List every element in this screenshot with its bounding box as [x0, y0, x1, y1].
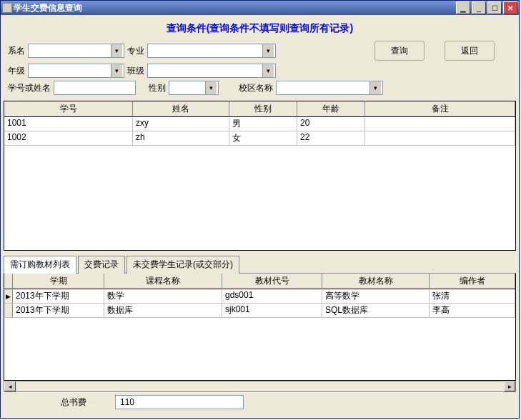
maximize-icon[interactable]: ☐ — [487, 1, 502, 14]
idname-label: 学号或姓名 — [8, 82, 51, 94]
query-button[interactable]: 查询 — [374, 41, 425, 61]
dept-label: 系名 — [8, 45, 25, 57]
scroll-left-icon[interactable]: ◂ — [4, 381, 16, 391]
col-header[interactable]: 教材名称 — [322, 274, 430, 289]
total-fee-value: 110 — [115, 395, 244, 409]
chevron-down-icon[interactable] — [111, 64, 122, 77]
page-title: 查询条件(查询条件不填写则查询所有记录) — [4, 18, 516, 39]
col-header[interactable]: 课程名称 — [104, 274, 222, 289]
app-icon — [2, 3, 12, 13]
window-title: 学生交费信息查询 — [14, 2, 82, 14]
main-window: 学生交费信息查询 ▁ _ ☐ ✕ 查询条件(查询条件不填写则查询所有记录) 系名… — [0, 0, 520, 419]
gender-label: 性别 — [149, 82, 166, 94]
major-label: 专业 — [127, 45, 144, 57]
tab-unpaid[interactable]: 未交费学生记录(或交部分) — [126, 256, 239, 274]
campus-combo[interactable] — [276, 81, 383, 95]
tab-books[interactable]: 需订购教材列表 — [4, 256, 76, 274]
minimize2-icon[interactable]: ▁ — [456, 1, 470, 14]
table-row[interactable]: ▶2013年下学期数学gds001高等数学张清 — [4, 289, 515, 304]
col-header[interactable]: 教材代号 — [222, 274, 322, 289]
chevron-down-icon[interactable] — [111, 44, 122, 57]
col-header[interactable]: 编作者 — [430, 274, 515, 289]
grade-combo[interactable] — [28, 64, 124, 78]
grade-label: 年级 — [8, 65, 25, 77]
chevron-down-icon[interactable] — [262, 64, 274, 77]
col-header[interactable]: 备注 — [365, 101, 515, 116]
titlebar: 学生交费信息查询 ▁ _ ☐ ✕ — [1, 1, 519, 15]
back-button[interactable]: 返回 — [445, 41, 495, 61]
dept-combo[interactable] — [28, 44, 124, 58]
major-combo[interactable] — [147, 44, 276, 58]
footer: 总书费 110 — [4, 392, 516, 412]
idname-input[interactable] — [54, 81, 136, 95]
scroll-right-icon[interactable]: ▸ — [504, 381, 515, 391]
close-icon[interactable]: ✕ — [503, 1, 517, 14]
col-header[interactable]: 姓名 — [133, 101, 229, 116]
students-grid: 学号 姓名 性别 年龄 备注 1001zxy男201002zh女22 — [4, 101, 516, 251]
table-row[interactable]: 1001zxy男20 — [4, 117, 515, 131]
books-grid: 学期 课程名称 教材代号 教材名称 编作者 ▶2013年下学期数学gds001高… — [4, 274, 516, 381]
chevron-down-icon[interactable] — [205, 81, 217, 94]
chevron-down-icon[interactable] — [262, 44, 274, 57]
class-label: 班级 — [127, 65, 144, 77]
col-header[interactable]: 学号 — [4, 101, 133, 116]
col-header[interactable]: 年龄 — [297, 101, 365, 116]
table-row[interactable]: 1002zh女22 — [4, 131, 515, 146]
col-header[interactable]: 性别 — [229, 101, 297, 116]
minimize-icon[interactable]: _ — [472, 1, 486, 14]
total-fee-label: 总书费 — [61, 396, 86, 409]
campus-label: 校区名称 — [239, 82, 273, 94]
table-row[interactable]: 2013年下学期数据库sjk001SQL数据库李高 — [4, 304, 515, 318]
filter-panel: 系名 专业 查询 返回 年级 班级 学号或姓名 性别 — [4, 39, 516, 99]
chevron-down-icon[interactable] — [369, 81, 381, 94]
row-marker-head — [4, 274, 13, 289]
class-combo[interactable] — [147, 64, 276, 78]
horizontal-scrollbar[interactable]: ◂ ▸ — [4, 381, 516, 392]
tabs: 需订购教材列表 交费记录 未交费学生记录(或交部分) — [4, 255, 516, 274]
col-header[interactable]: 学期 — [13, 274, 104, 289]
tab-payments[interactable]: 交费记录 — [78, 256, 125, 274]
gender-combo[interactable] — [169, 81, 219, 95]
